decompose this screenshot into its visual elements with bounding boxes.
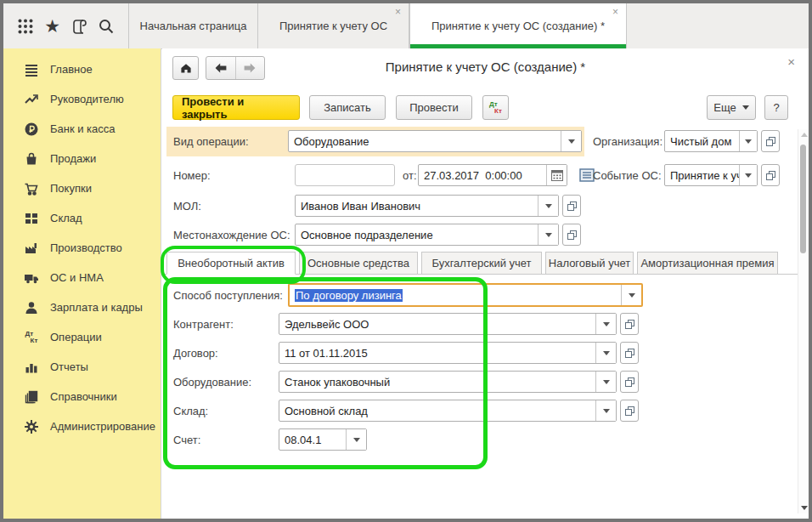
post-button[interactable]: Провести — [396, 95, 472, 120]
sidebar-item-hr[interactable]: Зарплата и кадры — [3, 292, 161, 322]
chevron-down-icon — [545, 233, 552, 237]
sidebar-item-manager[interactable]: Руководителю — [3, 84, 161, 114]
sidebar-item-sales[interactable]: Продажи — [3, 144, 161, 173]
tab-os-acceptance-list[interactable]: Принятие к учету ОС × — [258, 3, 409, 48]
location-open-button[interactable] — [562, 224, 581, 246]
scroll-down-icon[interactable] — [801, 506, 808, 510]
form-close-icon[interactable]: × — [787, 56, 795, 68]
contract-select[interactable]: 11 от 01.11.2015 — [279, 342, 617, 364]
post-and-close-button[interactable]: Провести и закрыть — [172, 95, 300, 120]
tab-accounting[interactable]: Бухгалтерский учет — [421, 252, 542, 275]
os-event-open-button[interactable] — [761, 164, 780, 186]
open-icon — [624, 319, 635, 330]
close-icon[interactable]: × — [612, 8, 618, 16]
equipment-select[interactable]: Станок упаковочный — [279, 371, 617, 393]
sidebar-item-main[interactable]: Главное — [3, 54, 161, 84]
history-scroll-icon[interactable] — [68, 15, 90, 37]
contract-open-button[interactable] — [620, 342, 639, 364]
equipment-open-button[interactable] — [620, 371, 639, 393]
sidebar-item-warehouse[interactable]: Склад — [3, 203, 161, 233]
organization-open-button[interactable] — [761, 130, 780, 152]
date-label: от: — [403, 169, 417, 182]
scroll-up-icon[interactable] — [801, 133, 808, 137]
organization-select[interactable]: Чистый дом — [664, 130, 758, 152]
chevron-down-icon — [545, 204, 552, 208]
organization-label: Организация: — [593, 135, 663, 148]
close-icon[interactable]: × — [395, 8, 401, 16]
more-button[interactable]: Еще — [707, 95, 756, 120]
chevron-down-icon — [603, 322, 610, 326]
contractor-open-button[interactable] — [620, 313, 639, 335]
home-button[interactable] — [172, 56, 199, 80]
sidebar-item-label: Отчеты — [50, 360, 88, 373]
mol-open-button[interactable] — [562, 195, 581, 217]
account-select[interactable]: 08.04.1 — [279, 428, 367, 451]
save-button[interactable]: Записать — [309, 95, 386, 120]
dtkt-icon: Дт Кт — [489, 101, 502, 115]
dropdown-button[interactable] — [561, 131, 581, 151]
chevron-down-icon — [745, 173, 752, 178]
favorites-star-icon[interactable]: ★ — [42, 15, 64, 37]
vertical-scrollbar[interactable] — [798, 129, 809, 513]
sidebar-item-catalogs[interactable]: Справочники — [3, 382, 161, 411]
chevron-down-icon — [742, 105, 749, 110]
dropdown-button[interactable] — [595, 314, 616, 334]
open-icon — [765, 170, 776, 181]
hr-person-icon — [22, 299, 41, 316]
sidebar-item-label: Администрирование — [50, 420, 155, 433]
date-input[interactable]: 27.03.2017 0:00:00 — [418, 164, 567, 186]
back-button[interactable] — [206, 57, 236, 79]
operation-kind-select[interactable]: Оборудование — [288, 130, 582, 152]
sales-bag-icon — [22, 150, 41, 167]
apps-menu-icon[interactable] — [14, 15, 37, 37]
scrollbar-thumb[interactable] — [800, 145, 806, 253]
dropdown-button[interactable] — [538, 196, 558, 216]
number-input[interactable] — [295, 164, 395, 186]
sidebar-item-reports[interactable]: Отчеты — [3, 352, 161, 382]
sidebar-item-fixed-assets[interactable]: ОС и НМА — [3, 263, 161, 292]
sidebar-item-administration[interactable]: Администрирование — [3, 411, 161, 441]
chevron-down-icon — [603, 351, 610, 355]
contractor-select[interactable]: Эдельвейс ООО — [279, 313, 617, 335]
dropdown-button[interactable] — [346, 429, 366, 450]
tab-tax-accounting[interactable]: Налоговый учет — [545, 252, 634, 275]
warehouse-select[interactable]: Основной склад — [279, 400, 617, 422]
forward-button[interactable] — [236, 57, 265, 79]
chevron-down-icon — [603, 380, 610, 384]
selected-text: По договору лизинга — [295, 289, 403, 302]
dropdown-button[interactable] — [621, 285, 641, 305]
dropdown-button[interactable] — [595, 400, 616, 421]
sidebar-item-purchases[interactable]: Покупки — [3, 173, 161, 203]
admin-gear-icon — [22, 418, 41, 435]
tab-noncurrent-asset[interactable]: Внеоборотный актив — [166, 252, 296, 275]
os-event-select[interactable]: Принятие к учету — [664, 164, 758, 186]
search-icon[interactable] — [95, 15, 117, 37]
calendar-button[interactable] — [546, 165, 567, 185]
dropdown-button[interactable] — [739, 131, 757, 151]
operations-dtkt-icon: ДтКт — [22, 329, 41, 346]
sidebar-item-operations[interactable]: ДтКт Операции — [3, 322, 161, 352]
tab-home-page[interactable]: Начальная страница — [129, 3, 258, 48]
form-area: Принятие к учету ОС (создание) * × Прове… — [162, 48, 809, 519]
dropdown-button[interactable] — [538, 224, 558, 245]
location-select[interactable]: Основное подразделение — [295, 224, 559, 246]
sidebar-item-label: Покупки — [50, 182, 92, 195]
operation-kind-label: Вид операции: — [173, 135, 249, 148]
bank-ruble-icon — [22, 121, 41, 138]
chevron-down-icon — [353, 438, 360, 442]
show-postings-button[interactable]: Дт Кт — [482, 95, 509, 120]
purchases-cart-icon — [22, 180, 41, 197]
dropdown-button[interactable] — [739, 165, 757, 185]
receipt-method-select[interactable]: По договору лизинга — [288, 283, 643, 307]
dropdown-button[interactable] — [595, 372, 616, 392]
tab-fixed-assets[interactable]: Основные средства — [299, 252, 418, 275]
sidebar-item-production[interactable]: Производство — [3, 233, 161, 263]
help-button[interactable]: ? — [764, 95, 788, 120]
tab-os-acceptance-new[interactable]: Принятие к учету ОС (создание) * × — [409, 3, 627, 48]
dropdown-button[interactable] — [595, 343, 616, 363]
sidebar-item-bank[interactable]: Банк и касса — [3, 114, 161, 144]
warehouse-open-button[interactable] — [620, 400, 639, 422]
mol-select[interactable]: Иванов Иван Иванович — [295, 195, 559, 217]
sidebar-item-label: Продажи — [50, 152, 96, 165]
tab-depreciation-premium[interactable]: Амортизационная премия — [637, 252, 778, 275]
